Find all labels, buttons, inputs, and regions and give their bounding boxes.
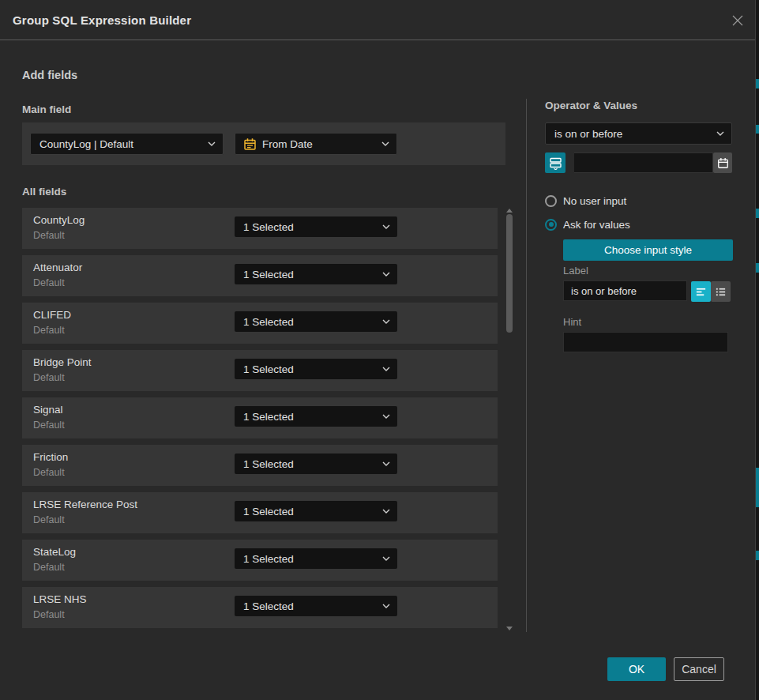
panel-divider (526, 99, 527, 632)
calendar-icon (243, 137, 257, 151)
field-name: CountyLog (33, 214, 85, 226)
layer-dropdown[interactable]: CountyLog | Default (30, 133, 224, 155)
field-row: LRSE NHS Default 1 Selected (22, 587, 498, 628)
dialog-header: Group SQL Expression Builder (0, 0, 755, 40)
field-name: Attenuator (33, 262, 82, 273)
align-left-icon (695, 286, 707, 298)
field-selection-value: 1 Selected (243, 411, 294, 423)
field-row: Bridge Point Default 1 Selected (22, 350, 498, 391)
field-name: StateLog (33, 546, 76, 558)
radio-no-user-input[interactable]: No user input (545, 194, 626, 208)
field-selection-value: 1 Selected (243, 600, 294, 612)
field-selection-value: 1 Selected (243, 269, 294, 280)
radio-label: No user input (563, 195, 626, 207)
scrollbar-thumb[interactable] (506, 214, 513, 333)
input-style-list-button[interactable] (711, 281, 731, 302)
field-selection-dropdown[interactable]: 1 Selected (235, 453, 397, 474)
field-row: LRSE Reference Post Default 1 Selected (22, 492, 498, 533)
field-source: Default (33, 325, 65, 336)
hint-field-label: Hint (563, 316, 581, 328)
chevron-down-icon (382, 224, 390, 229)
radio-ask-for-values[interactable]: Ask for values (545, 217, 630, 231)
dialog-title: Group SQL Expression Builder (13, 0, 191, 40)
field-selection-dropdown[interactable]: 1 Selected (235, 311, 397, 332)
close-icon (731, 14, 744, 27)
background-accent (756, 263, 759, 273)
cancel-button[interactable]: Cancel (674, 657, 724, 681)
field-selection-value: 1 Selected (243, 316, 294, 328)
close-button[interactable] (731, 13, 745, 28)
field-source: Default (33, 609, 65, 620)
hint-input[interactable] (563, 332, 728, 352)
main-field-heading: Main field (22, 103, 71, 115)
background-app-edge (756, 0, 759, 700)
operator-dropdown[interactable]: is on or before (545, 122, 732, 145)
field-selection-dropdown[interactable]: 1 Selected (235, 264, 397, 284)
field-selection-dropdown[interactable]: 1 Selected (235, 596, 397, 616)
field-row: StateLog Default 1 Selected (22, 540, 498, 581)
field-selection-dropdown[interactable]: 1 Selected (235, 359, 397, 379)
field-selection-dropdown[interactable]: 1 Selected (235, 406, 397, 427)
radio-unselected-icon (545, 195, 557, 207)
chevron-down-icon (382, 319, 390, 324)
operator-values-heading: Operator & Values (545, 100, 637, 111)
field-source: Default (33, 514, 65, 525)
field-name: CLIFED (33, 309, 71, 321)
background-accent (756, 468, 759, 507)
calendar-icon (717, 157, 729, 169)
field-row: CLIFED Default 1 Selected (22, 303, 498, 344)
label-input[interactable] (563, 280, 687, 301)
field-selection-value: 1 Selected (243, 506, 294, 517)
background-accent (756, 551, 759, 560)
date-picker-button[interactable] (713, 152, 732, 173)
date-value-input[interactable] (574, 152, 713, 173)
field-selection-dropdown[interactable]: 1 Selected (235, 216, 397, 237)
value-list-icon (549, 156, 562, 170)
pick-from-list-button[interactable] (545, 152, 565, 173)
field-selection-value: 1 Selected (243, 363, 294, 375)
group-sql-expression-builder-dialog: Group SQL Expression Builder Add fields … (0, 0, 756, 700)
field-selection-value: 1 Selected (243, 458, 294, 470)
field-selection-dropdown[interactable]: 1 Selected (235, 548, 397, 569)
chevron-down-icon (382, 272, 390, 277)
background-accent (756, 209, 759, 218)
main-field-dropdown-value: From Date (262, 138, 313, 150)
radio-label: Ask for values (563, 219, 630, 231)
background-accent (756, 125, 759, 134)
choose-input-style-button[interactable]: Choose input style (563, 239, 733, 261)
chevron-down-icon (382, 604, 390, 608)
input-style-text-button[interactable] (691, 281, 711, 302)
main-field-panel: CountyLog | Default From Date (22, 122, 505, 165)
layer-dropdown-value: CountyLog | Default (39, 138, 133, 150)
field-selection-value: 1 Selected (243, 221, 294, 233)
field-row: Attenuator Default 1 Selected (22, 255, 498, 296)
chevron-down-icon (382, 556, 390, 561)
background-accent (756, 79, 759, 88)
chevron-down-icon (208, 141, 216, 146)
field-source: Default (33, 372, 65, 383)
chevron-down-icon (382, 367, 390, 371)
ok-button[interactable]: OK (607, 657, 666, 681)
field-name: Bridge Point (33, 356, 92, 368)
chevron-down-icon (381, 141, 389, 146)
bulleted-list-icon (715, 286, 727, 298)
chevron-down-icon (382, 509, 390, 514)
field-name: Friction (33, 451, 68, 463)
list-scrollbar[interactable] (505, 207, 514, 632)
all-fields-heading: All fields (22, 186, 66, 198)
operator-dropdown-value: is on or before (554, 128, 622, 140)
main-field-dropdown[interactable]: From Date (235, 133, 397, 155)
all-fields-list: CountyLog Default 1 Selected Attenuator … (22, 208, 498, 634)
field-name: Signal (33, 404, 63, 416)
radio-selected-icon (545, 219, 557, 231)
chevron-down-icon (382, 414, 390, 419)
field-name: LRSE Reference Post (33, 499, 137, 510)
field-row: CountyLog Default 1 Selected (22, 208, 498, 249)
scroll-up-icon[interactable] (506, 209, 513, 213)
scroll-down-icon[interactable] (506, 627, 513, 630)
chevron-down-icon (382, 461, 390, 466)
label-field-label: Label (563, 265, 588, 277)
field-source: Default (33, 562, 65, 573)
field-source: Default (33, 277, 65, 288)
field-selection-dropdown[interactable]: 1 Selected (235, 501, 397, 521)
